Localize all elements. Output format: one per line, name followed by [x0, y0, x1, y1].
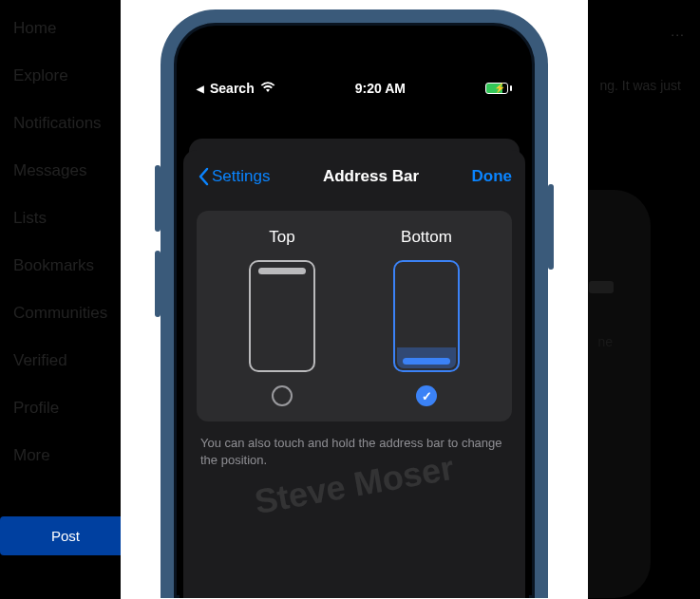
- option-bottom-label: Bottom: [401, 228, 452, 247]
- background-phone-battery: [589, 281, 614, 293]
- status-left: ◀ Search: [197, 81, 275, 96]
- nav-messages[interactable]: Messages: [13, 161, 129, 180]
- charging-bolt-icon: ⚡: [494, 83, 505, 93]
- nav-communities[interactable]: Communities: [13, 304, 129, 323]
- battery-icon: ⚡: [485, 83, 508, 94]
- more-icon[interactable]: ···: [671, 27, 685, 42]
- nav-home[interactable]: Home: [13, 19, 129, 38]
- wifi-icon: [260, 81, 275, 96]
- settings-sheet: Settings Address Bar Done Top Bottom ✓: [183, 150, 525, 598]
- option-bottom-radio[interactable]: ✓: [416, 385, 437, 406]
- hint-text: You can also touch and hold the address …: [197, 435, 512, 469]
- post-button[interactable]: Post: [0, 516, 131, 555]
- media-lightbox[interactable]: ◀ Search 9:20 AM ⚡ Settings: [121, 0, 588, 599]
- background-text-fragment: ng. It was just: [599, 78, 681, 93]
- nav-more[interactable]: More: [13, 446, 129, 465]
- nav-bookmarks[interactable]: Bookmarks: [13, 256, 129, 275]
- checkmark-icon: ✓: [422, 389, 432, 403]
- back-button[interactable]: Settings: [197, 167, 270, 186]
- sheet-header: Settings Address Bar Done: [197, 150, 512, 203]
- volume-button: [155, 251, 161, 317]
- phone-screen: ◀ Search 9:20 AM ⚡ Settings: [180, 28, 529, 598]
- bottom-preview-icon: [393, 260, 460, 372]
- option-bottom[interactable]: Bottom ✓: [393, 228, 460, 406]
- nav-explore[interactable]: Explore: [13, 66, 129, 85]
- nav-lists[interactable]: Lists: [13, 209, 129, 228]
- battery-indicator: ⚡: [485, 83, 512, 94]
- option-top-radio[interactable]: [272, 385, 293, 406]
- option-top[interactable]: Top: [249, 228, 315, 406]
- option-top-label: Top: [269, 228, 294, 247]
- nav-notifications[interactable]: Notifications: [13, 114, 129, 133]
- address-bar-options-card: Top Bottom ✓: [197, 211, 512, 421]
- background-phone-text: ne: [597, 334, 613, 349]
- status-time: 9:20 AM: [355, 81, 406, 96]
- top-preview-icon: [249, 260, 315, 372]
- back-app-indicator-icon: ◀: [197, 84, 204, 94]
- done-button[interactable]: Done: [471, 167, 512, 186]
- iphone-frame: ◀ Search 9:20 AM ⚡ Settings: [161, 9, 548, 598]
- back-app-label[interactable]: Search: [210, 81, 255, 96]
- nav-profile[interactable]: Profile: [13, 399, 129, 418]
- sheet-title: Address Bar: [323, 167, 419, 186]
- back-label: Settings: [212, 167, 270, 186]
- status-bar: ◀ Search 9:20 AM ⚡: [180, 63, 529, 114]
- nav-verified[interactable]: Verified: [13, 351, 129, 370]
